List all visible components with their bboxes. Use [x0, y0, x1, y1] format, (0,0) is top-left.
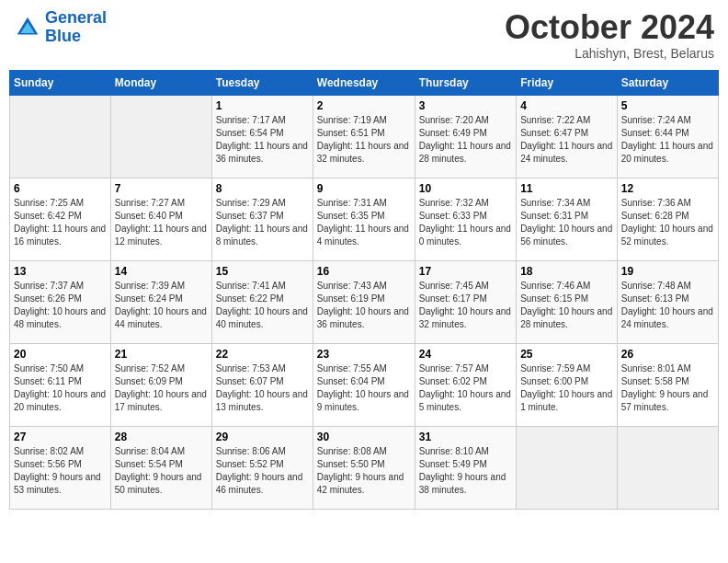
day-detail: Sunrise: 8:01 AMSunset: 5:58 PMDaylight:…	[621, 362, 714, 414]
weekday-header-cell: Thursday	[415, 70, 516, 95]
calendar-cell: 21Sunrise: 7:52 AMSunset: 6:09 PMDayligh…	[110, 343, 211, 426]
day-number: 22	[216, 348, 309, 361]
day-number: 25	[520, 348, 613, 361]
calendar-cell: 20Sunrise: 7:50 AMSunset: 6:11 PMDayligh…	[10, 343, 111, 426]
calendar-cell: 29Sunrise: 8:06 AMSunset: 5:52 PMDayligh…	[211, 426, 313, 509]
logo-icon	[14, 14, 41, 41]
weekday-header-cell: Tuesday	[211, 70, 313, 95]
calendar-cell	[110, 95, 211, 178]
calendar-cell: 2Sunrise: 7:19 AMSunset: 6:51 PMDaylight…	[313, 95, 415, 178]
calendar-week-row: 1Sunrise: 7:17 AMSunset: 6:54 PMDaylight…	[10, 95, 719, 178]
calendar-week-row: 27Sunrise: 8:02 AMSunset: 5:56 PMDayligh…	[10, 426, 719, 509]
day-number: 29	[216, 431, 309, 443]
day-detail: Sunrise: 8:08 AMSunset: 5:50 PMDaylight:…	[317, 445, 411, 497]
day-detail: Sunrise: 7:29 AMSunset: 6:37 PMDaylight:…	[216, 197, 309, 248]
day-detail: Sunrise: 7:48 AMSunset: 6:13 PMDaylight:…	[621, 280, 714, 331]
day-number: 7	[115, 182, 208, 195]
title-block: October 2024 Lahishyn, Brest, Belarus	[505, 9, 714, 61]
day-number: 15	[216, 265, 309, 278]
day-detail: Sunrise: 7:24 AMSunset: 6:44 PMDaylight:…	[621, 114, 714, 166]
day-detail: Sunrise: 7:43 AMSunset: 6:19 PMDaylight:…	[317, 280, 411, 331]
day-detail: Sunrise: 7:59 AMSunset: 6:00 PMDaylight:…	[520, 362, 613, 414]
day-number: 13	[14, 265, 107, 278]
calendar-cell: 8Sunrise: 7:29 AMSunset: 6:37 PMDaylight…	[211, 178, 313, 260]
day-detail: Sunrise: 7:34 AMSunset: 6:31 PMDaylight:…	[520, 197, 613, 248]
calendar-cell: 3Sunrise: 7:20 AMSunset: 6:49 PMDaylight…	[415, 95, 516, 178]
weekday-header-cell: Monday	[110, 70, 211, 95]
day-detail: Sunrise: 7:45 AMSunset: 6:17 PMDaylight:…	[419, 280, 512, 331]
day-number: 12	[621, 182, 714, 195]
day-number: 26	[621, 348, 714, 361]
day-number: 14	[115, 265, 208, 278]
calendar-cell: 7Sunrise: 7:27 AMSunset: 6:40 PMDaylight…	[110, 178, 211, 260]
day-detail: Sunrise: 8:10 AMSunset: 5:49 PMDaylight:…	[419, 445, 512, 497]
calendar-cell: 10Sunrise: 7:32 AMSunset: 6:33 PMDayligh…	[415, 178, 516, 260]
day-number: 3	[419, 99, 512, 112]
calendar-cell: 14Sunrise: 7:39 AMSunset: 6:24 PMDayligh…	[110, 260, 211, 343]
day-number: 23	[317, 348, 411, 361]
calendar-cell: 23Sunrise: 7:55 AMSunset: 6:04 PMDayligh…	[313, 343, 415, 426]
day-detail: Sunrise: 7:57 AMSunset: 6:02 PMDaylight:…	[419, 362, 512, 414]
day-detail: Sunrise: 7:20 AMSunset: 6:49 PMDaylight:…	[419, 114, 512, 166]
calendar-cell: 9Sunrise: 7:31 AMSunset: 6:35 PMDaylight…	[313, 178, 415, 260]
day-detail: Sunrise: 7:41 AMSunset: 6:22 PMDaylight:…	[216, 280, 309, 331]
calendar-cell: 22Sunrise: 7:53 AMSunset: 6:07 PMDayligh…	[211, 343, 313, 426]
day-detail: Sunrise: 7:50 AMSunset: 6:11 PMDaylight:…	[14, 362, 107, 414]
calendar-table: SundayMondayTuesdayWednesdayThursdayFrid…	[9, 70, 719, 510]
calendar-cell: 16Sunrise: 7:43 AMSunset: 6:19 PMDayligh…	[313, 260, 415, 343]
logo-text: General Blue	[45, 9, 107, 46]
calendar-cell	[517, 426, 618, 509]
calendar-cell: 28Sunrise: 8:04 AMSunset: 5:54 PMDayligh…	[110, 426, 211, 509]
day-detail: Sunrise: 7:53 AMSunset: 6:07 PMDaylight:…	[216, 362, 309, 414]
day-detail: Sunrise: 7:32 AMSunset: 6:33 PMDaylight:…	[419, 197, 512, 248]
calendar-cell: 4Sunrise: 7:22 AMSunset: 6:47 PMDaylight…	[517, 95, 618, 178]
location-subtitle: Lahishyn, Brest, Belarus	[505, 46, 714, 61]
day-number: 18	[520, 265, 613, 278]
day-number: 6	[14, 182, 107, 195]
calendar-cell: 26Sunrise: 8:01 AMSunset: 5:58 PMDayligh…	[617, 343, 718, 426]
day-detail: Sunrise: 7:46 AMSunset: 6:15 PMDaylight:…	[520, 280, 613, 331]
day-detail: Sunrise: 7:52 AMSunset: 6:09 PMDaylight:…	[115, 362, 208, 414]
weekday-header-cell: Sunday	[10, 70, 111, 95]
calendar-week-row: 20Sunrise: 7:50 AMSunset: 6:11 PMDayligh…	[10, 343, 719, 426]
calendar-cell: 27Sunrise: 8:02 AMSunset: 5:56 PMDayligh…	[10, 426, 111, 509]
day-detail: Sunrise: 7:31 AMSunset: 6:35 PMDaylight:…	[317, 197, 411, 248]
weekday-header-cell: Wednesday	[313, 70, 415, 95]
day-number: 16	[317, 265, 411, 278]
day-detail: Sunrise: 7:27 AMSunset: 6:40 PMDaylight:…	[115, 197, 208, 248]
calendar-cell: 18Sunrise: 7:46 AMSunset: 6:15 PMDayligh…	[517, 260, 618, 343]
calendar-cell: 1Sunrise: 7:17 AMSunset: 6:54 PMDaylight…	[211, 95, 313, 178]
calendar-cell	[10, 95, 111, 178]
day-detail: Sunrise: 7:25 AMSunset: 6:42 PMDaylight:…	[14, 197, 107, 248]
day-detail: Sunrise: 8:02 AMSunset: 5:56 PMDaylight:…	[14, 445, 107, 497]
day-detail: Sunrise: 8:06 AMSunset: 5:52 PMDaylight:…	[216, 445, 309, 497]
weekday-header-cell: Saturday	[617, 70, 718, 95]
weekday-header-row: SundayMondayTuesdayWednesdayThursdayFrid…	[10, 70, 719, 95]
page-header: General Blue October 2024 Lahishyn, Bres…	[9, 9, 719, 61]
weekday-header-cell: Friday	[517, 70, 618, 95]
calendar-body: 1Sunrise: 7:17 AMSunset: 6:54 PMDaylight…	[10, 95, 719, 509]
day-detail: Sunrise: 7:36 AMSunset: 6:28 PMDaylight:…	[621, 197, 714, 248]
calendar-cell	[617, 426, 718, 509]
day-detail: Sunrise: 7:37 AMSunset: 6:26 PMDaylight:…	[14, 280, 107, 331]
calendar-week-row: 6Sunrise: 7:25 AMSunset: 6:42 PMDaylight…	[10, 178, 719, 260]
day-number: 17	[419, 265, 512, 278]
day-number: 1	[216, 99, 309, 112]
calendar-cell: 6Sunrise: 7:25 AMSunset: 6:42 PMDaylight…	[10, 178, 111, 260]
day-detail: Sunrise: 7:39 AMSunset: 6:24 PMDaylight:…	[115, 280, 208, 331]
day-detail: Sunrise: 8:04 AMSunset: 5:54 PMDaylight:…	[115, 445, 208, 497]
logo: General Blue	[14, 9, 107, 46]
month-title: October 2024	[505, 9, 714, 46]
day-number: 10	[419, 182, 512, 195]
day-number: 21	[115, 348, 208, 361]
calendar-cell: 12Sunrise: 7:36 AMSunset: 6:28 PMDayligh…	[617, 178, 718, 260]
calendar-cell: 11Sunrise: 7:34 AMSunset: 6:31 PMDayligh…	[517, 178, 618, 260]
calendar-cell: 5Sunrise: 7:24 AMSunset: 6:44 PMDaylight…	[617, 95, 718, 178]
calendar-cell: 13Sunrise: 7:37 AMSunset: 6:26 PMDayligh…	[10, 260, 111, 343]
day-number: 4	[520, 99, 613, 112]
calendar-cell: 15Sunrise: 7:41 AMSunset: 6:22 PMDayligh…	[211, 260, 313, 343]
day-number: 28	[115, 431, 208, 443]
calendar-cell: 17Sunrise: 7:45 AMSunset: 6:17 PMDayligh…	[415, 260, 516, 343]
day-detail: Sunrise: 7:19 AMSunset: 6:51 PMDaylight:…	[317, 114, 411, 166]
day-number: 2	[317, 99, 411, 112]
